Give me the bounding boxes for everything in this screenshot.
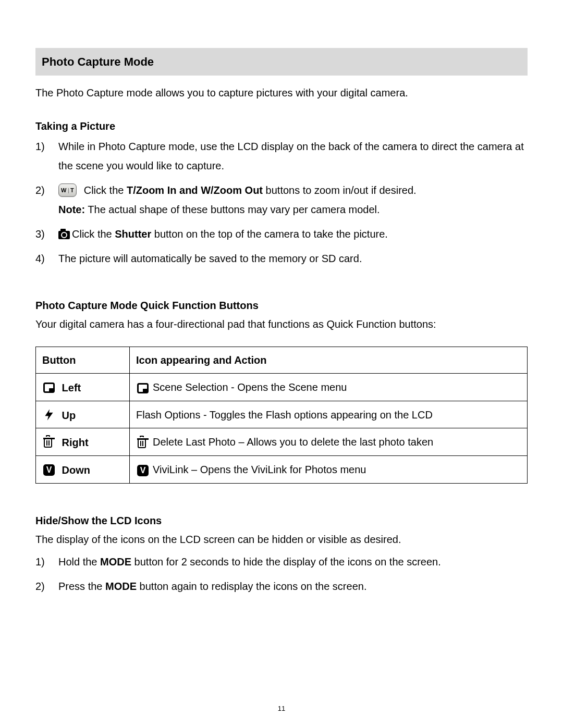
step-text: button on the top of the camera to take … bbox=[151, 228, 388, 240]
step-text: buttons to zoom in/out if desired. bbox=[263, 184, 417, 196]
camera-icon bbox=[58, 231, 70, 239]
trash-icon bbox=[42, 436, 56, 449]
qf-title: Photo Capture Mode Quick Function Button… bbox=[35, 298, 528, 313]
hideshow-title: Hide/Show the LCD Icons bbox=[35, 513, 528, 528]
table-header-row: Button Icon appearing and Action bbox=[36, 347, 528, 374]
qf-intro: Your digital camera has a four-direction… bbox=[35, 316, 528, 332]
button-label: Up bbox=[62, 409, 76, 421]
step-text: Hold the bbox=[58, 556, 100, 567]
scene-icon bbox=[42, 381, 56, 394]
shutter-bold: Shutter bbox=[115, 228, 151, 240]
hideshow-step-1: 1) Hold the MODE button for 2 seconds to… bbox=[35, 552, 528, 572]
note-text: The actual shape of these buttons may va… bbox=[85, 204, 380, 215]
step-text: While in Photo Capture mode, use the LCD… bbox=[58, 137, 528, 176]
table-row: Left Scene Selection - Opens the Scene m… bbox=[36, 374, 528, 401]
note-label: Note: bbox=[58, 204, 85, 215]
step-4: 4) The picture will automatically be sav… bbox=[35, 249, 528, 268]
trash-icon bbox=[136, 437, 150, 449]
step-text: The picture will automatically be saved … bbox=[58, 249, 528, 268]
step-2: 2) WT Click the T/Zoom In and W/Zoom Out… bbox=[35, 181, 528, 219]
zoom-w-label: W bbox=[61, 187, 67, 193]
step-number: 2) bbox=[35, 577, 58, 596]
step-3: 3) Click the Shutter button on the top o… bbox=[35, 225, 528, 244]
zoom-t-label: T bbox=[70, 187, 74, 193]
intro-text: The Photo Capture mode allows you to cap… bbox=[35, 85, 528, 101]
step-text: Click the bbox=[72, 228, 115, 240]
step-1: 1) While in Photo Capture mode, use the … bbox=[35, 137, 528, 176]
table-row: V Down VViviLink – Opens the ViviLink fo… bbox=[36, 456, 528, 484]
scene-icon bbox=[136, 382, 150, 394]
zoom-wt-icon: WT bbox=[58, 183, 77, 197]
vivilink-icon: V bbox=[42, 464, 56, 476]
taking-picture-title: Taking a Picture bbox=[35, 118, 528, 134]
step-number: 1) bbox=[35, 552, 58, 572]
action-text: Scene Selection - Opens the Scene menu bbox=[153, 381, 347, 393]
table-row: Up Flash Options - Toggles the Flash opt… bbox=[36, 401, 528, 428]
step-text: button for 2 seconds to hide the display… bbox=[131, 556, 441, 567]
action-text: Delete Last Photo – Allows you to delete… bbox=[153, 436, 433, 448]
button-label: Left bbox=[62, 382, 81, 393]
step-number: 2) bbox=[35, 181, 58, 219]
step-text: Press the bbox=[58, 581, 105, 592]
action-text: ViviLink – Opens the ViviLink for Photos… bbox=[153, 464, 366, 475]
page-number: 11 bbox=[0, 704, 563, 714]
header-action: Icon appearing and Action bbox=[130, 347, 528, 374]
header-button: Button bbox=[36, 347, 130, 374]
flash-icon bbox=[42, 409, 56, 421]
vivilink-icon: V bbox=[136, 464, 150, 477]
hideshow-step-2: 2) Press the MODE button again to redisp… bbox=[35, 577, 528, 596]
section-heading: Photo Capture Mode bbox=[35, 48, 528, 76]
hideshow-intro: The display of the icons on the LCD scre… bbox=[35, 532, 528, 547]
mode-bold: MODE bbox=[105, 581, 137, 592]
action-text: Flash Options - Toggles the Flash option… bbox=[136, 409, 433, 421]
step-text: Click the bbox=[84, 184, 127, 196]
zoom-bold: T/Zoom In and W/Zoom Out bbox=[127, 184, 263, 196]
step-number: 3) bbox=[35, 225, 58, 244]
step-text: button again to redisplay the icons on t… bbox=[137, 581, 366, 592]
step-number: 4) bbox=[35, 249, 58, 268]
button-label: Right bbox=[62, 437, 89, 448]
mode-bold: MODE bbox=[100, 556, 131, 567]
quick-function-table: Button Icon appearing and Action Left Sc… bbox=[35, 347, 528, 484]
table-row: Right Delete Last Photo – Allows you to … bbox=[36, 428, 528, 456]
step-number: 1) bbox=[35, 137, 58, 176]
button-label: Down bbox=[62, 464, 90, 476]
